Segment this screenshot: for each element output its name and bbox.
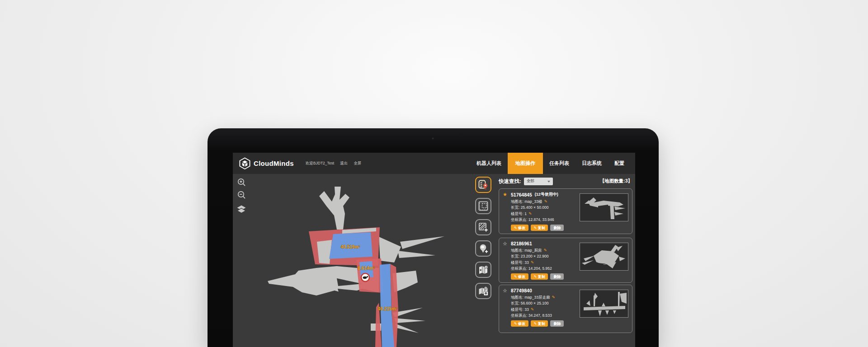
- copy-map-button[interactable]: ✎复制: [531, 225, 548, 231]
- field-label: 楼层号:: [511, 211, 524, 216]
- map-floor-number: 1: [524, 211, 527, 216]
- tool-add-location-pin[interactable]: [475, 240, 491, 257]
- task-checklist-pin-icon: [478, 180, 488, 190]
- map-floor-number: 33: [524, 260, 528, 265]
- folded-map-pin-icon: [478, 265, 488, 275]
- map-wall-spike: [394, 318, 425, 323]
- map-thumbnail: [580, 290, 628, 318]
- edit-map-button[interactable]: ✎修改: [511, 320, 528, 327]
- tool-folded-map-pin[interactable]: [475, 262, 491, 278]
- pencil-icon: ✎: [534, 322, 537, 326]
- copy-map-button[interactable]: ✎复制: [531, 273, 548, 280]
- map-name: map_33楼: [524, 199, 542, 204]
- field-label: 楼层号:: [511, 260, 524, 265]
- fullscreen-link[interactable]: 全屏: [354, 161, 361, 166]
- copy-map-button[interactable]: ✎复制: [531, 320, 548, 327]
- pencil-icon: ✎: [514, 275, 517, 279]
- map-toolbar: [475, 177, 491, 299]
- chevron-down-icon: [547, 181, 550, 183]
- nav-map-operation[interactable]: 地图操作: [508, 153, 543, 174]
- map-floor-number: 33: [524, 307, 528, 312]
- favorite-star-icon[interactable]: ☆: [503, 288, 508, 293]
- delete-map-button[interactable]: 删除: [550, 273, 564, 280]
- robot-no-entry-marker[interactable]: [361, 273, 369, 281]
- app-header: CloudMinds 欢迎BJDT2_Test 退出 全屏 机器人列表 地图操作…: [233, 153, 635, 174]
- laptop-frame: CloudMinds 欢迎BJDT2_Test 退出 全屏 机器人列表 地图操作…: [208, 128, 659, 347]
- tool-add-virtual-wall[interactable]: [475, 219, 491, 235]
- map-card[interactable]: ★ 51764845 (12号使用中) 地图名: map_33楼✎ 长宽: 25…: [499, 188, 632, 234]
- edit-pencil-icon[interactable]: ✎: [531, 307, 534, 312]
- cloudminds-logo-icon: [239, 157, 250, 169]
- edit-pencil-icon[interactable]: ✎: [531, 260, 534, 265]
- map-name: map_33层走廊: [524, 295, 550, 300]
- map-count-badge: 【地图数量:3】: [600, 178, 632, 184]
- map-id: 51764845: [511, 192, 532, 197]
- brand-name: CloudMinds: [254, 159, 294, 167]
- map-id: 87749840: [511, 288, 532, 293]
- field-label: 长宽:: [511, 301, 519, 305]
- add-location-pin-icon: [478, 244, 488, 253]
- quick-search-label: 快速查找:: [499, 178, 521, 185]
- map-wall-blob: [379, 237, 401, 263]
- favorite-star-icon[interactable]: ★: [503, 192, 508, 197]
- field-label: 长宽:: [511, 254, 519, 258]
- quick-search-row: 快速查找: 全部 【地图数量:3】: [499, 176, 632, 186]
- tool-task-checklist-pin[interactable]: [475, 177, 491, 193]
- delete-map-button[interactable]: 删除: [550, 225, 564, 231]
- pencil-icon: ✎: [514, 226, 517, 230]
- map-card[interactable]: ☆ 82186961 地图名: map_厨房✎ 长宽: 23.200 × 22.…: [499, 238, 632, 283]
- tool-map-upload[interactable]: [475, 283, 491, 299]
- map-wall-blob: [319, 187, 349, 230]
- field-label: 地图名:: [511, 199, 524, 204]
- app-screen: CloudMinds 欢迎BJDT2_Test 退出 全屏 机器人列表 地图操作…: [233, 153, 635, 347]
- region-ruler-select-icon: [478, 201, 488, 211]
- area-label-2: 8.614m²: [358, 266, 375, 271]
- map-origin: 14.204, 5.952: [528, 266, 552, 271]
- map-list-panel: 快速查找: 全部 【地图数量:3】 ★ 51764845 (12号使用中) 地图…: [499, 175, 632, 347]
- area-label-3: 40.215m²: [378, 306, 397, 311]
- map-canvas[interactable]: 40.519m² 8.614m² 40.215m²: [242, 174, 477, 347]
- map-filter-selected-value: 全部: [527, 178, 534, 184]
- map-thumbnail: [580, 193, 628, 221]
- favorite-star-icon[interactable]: ☆: [503, 241, 508, 246]
- edit-pencil-icon[interactable]: ✎: [544, 199, 547, 204]
- map-id: 82186961: [511, 241, 532, 246]
- nav-log-system[interactable]: 日志系统: [576, 153, 608, 174]
- field-label: 坐标原点:: [511, 313, 527, 318]
- field-label: 坐标原点:: [511, 217, 527, 222]
- edit-pencil-icon[interactable]: ✎: [544, 248, 547, 253]
- map-in-use-tag: (12号使用中): [535, 192, 558, 197]
- nav-config[interactable]: 配置: [608, 153, 631, 174]
- edit-pencil-icon[interactable]: ✎: [552, 295, 555, 300]
- field-label: 地图名:: [511, 295, 524, 300]
- field-label: 地图名:: [511, 248, 524, 253]
- pencil-icon: ✎: [534, 226, 537, 230]
- nav-task-list[interactable]: 任务列表: [543, 153, 576, 174]
- field-label: 长宽:: [511, 205, 519, 210]
- delete-map-button[interactable]: 删除: [550, 320, 564, 327]
- brand: CloudMinds: [239, 153, 294, 174]
- edit-map-button[interactable]: ✎修改: [511, 273, 528, 280]
- map-floor: [317, 240, 332, 264]
- map-size: 56.600 × 25.100: [521, 301, 549, 305]
- map-wall-spike: [395, 324, 419, 333]
- map-name: map_厨房: [524, 248, 542, 253]
- map-card[interactable]: ☆ 87749840 地图名: map_33层走廊✎ 长宽: 56.600 × …: [499, 285, 632, 333]
- nav-robot-list[interactable]: 机器人列表: [470, 153, 508, 174]
- map-thumbnail: [580, 243, 628, 271]
- welcome-text: 欢迎BJDT2_Test: [306, 161, 334, 166]
- map-filter-dropdown[interactable]: 全部: [524, 178, 553, 185]
- map-wall-spike: [398, 251, 435, 258]
- tool-region-ruler-select[interactable]: [475, 198, 491, 214]
- map-origin: 12.874, 33.946: [528, 217, 554, 222]
- logout-link[interactable]: 退出: [340, 161, 348, 166]
- edit-map-button[interactable]: ✎修改: [511, 225, 528, 231]
- page-background: CloudMinds 欢迎BJDT2_Test 退出 全屏 机器人列表 地图操作…: [0, 0, 868, 347]
- map-upload-icon: [478, 286, 488, 296]
- webcam-dot: [432, 137, 434, 140]
- map-origin: 34.247, 8.533: [528, 313, 552, 318]
- map-size: 23.200 × 22.900: [521, 254, 549, 258]
- map-size: 25.400 × 50.000: [521, 205, 549, 210]
- add-virtual-wall-icon: [478, 222, 488, 232]
- edit-pencil-icon[interactable]: ✎: [528, 211, 532, 216]
